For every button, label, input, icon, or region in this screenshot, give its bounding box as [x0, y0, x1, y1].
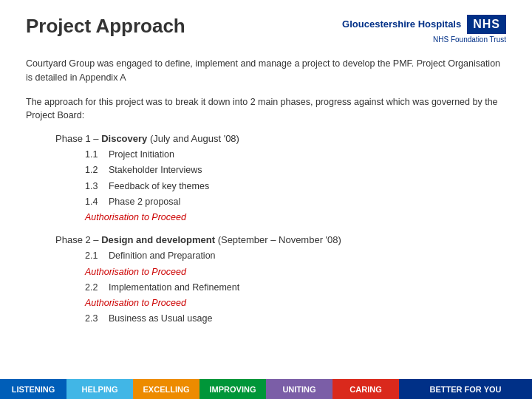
nhs-badge: NHS [467, 15, 506, 34]
item-text: Stakeholder Interviews [109, 163, 202, 178]
logo-box: Gloucestershire Hospitals NHS [342, 15, 506, 34]
intro-para1: Courtyard Group was engaged to define, i… [26, 57, 506, 85]
phase2-list2: 2.2 Implementation and Refinement [85, 280, 506, 296]
phase2-auth2: Authorisation to Proceed [85, 296, 506, 311]
org-name: Gloucestershire Hospitals [342, 18, 461, 31]
phase1-prefix: Phase 1 – [55, 133, 101, 144]
phase2-prefix: Phase 2 – [55, 234, 101, 245]
footer-bar: LISTENING HELPING EXCELLING IMPROVING UN… [0, 379, 532, 399]
item-num: 2.3 [85, 311, 100, 327]
phase1-section: Phase 1 – Discovery (July and August '08… [26, 133, 506, 225]
footer-helping: HELPING [66, 379, 133, 399]
footer-excelling: EXCELLING [133, 379, 200, 399]
phase1-suffix: (July and August '08) [147, 133, 239, 144]
phase1-list: 1.1 Project Initiation 1.2 Stakeholder I… [85, 147, 506, 210]
logo-area: Gloucestershire Hospitals NHS NHS Founda… [342, 15, 506, 44]
item-text: Business as Usual usage [109, 311, 212, 327]
item-text: Feedback of key themes [109, 179, 209, 194]
list-item: 1.3 Feedback of key themes [85, 179, 506, 194]
phase2-list3: 2.3 Business as Usual usage [85, 311, 506, 327]
list-item: 2.3 Business as Usual usage [85, 311, 506, 327]
phase2-suffix: (September – November '08) [215, 234, 341, 245]
footer-listening: LISTENING [0, 379, 66, 399]
item-text: Project Initiation [109, 147, 174, 163]
item-num: 2.1 [85, 248, 100, 264]
list-item: 1.4 Phase 2 proposal [85, 194, 506, 210]
item-num: 1.1 [85, 147, 100, 163]
list-item: 1.1 Project Initiation [85, 147, 506, 163]
phase2-list: 2.1 Definition and Preparation [85, 248, 506, 264]
item-text: Definition and Preparation [109, 248, 216, 264]
item-num: 2.2 [85, 280, 100, 296]
footer-better: BETTER FOR YOU [399, 379, 532, 399]
footer-improving: IMPROVING [200, 379, 266, 399]
item-num: 1.2 [85, 163, 100, 178]
footer-uniting: UNITING [266, 379, 332, 399]
item-text: Phase 2 proposal [109, 194, 180, 210]
phase2-title: Phase 2 – Design and development (Septem… [55, 234, 506, 245]
phase1-auth: Authorisation to Proceed [85, 210, 506, 225]
nhs-trust: NHS Foundation Trust [433, 35, 506, 44]
phase1-title: Phase 1 – Discovery (July and August '08… [55, 133, 506, 144]
item-num: 1.3 [85, 179, 100, 194]
list-item: 2.2 Implementation and Refinement [85, 280, 506, 296]
list-item: 1.2 Stakeholder Interviews [85, 163, 506, 178]
header-row: Project Approach Gloucestershire Hospita… [26, 15, 506, 44]
phase2-bold: Design and development [101, 234, 215, 245]
phase1-bold: Discovery [101, 133, 147, 144]
item-num: 1.4 [85, 194, 100, 210]
phase2-section: Phase 2 – Design and development (Septem… [26, 234, 506, 327]
item-text: Implementation and Refinement [109, 280, 239, 296]
footer-caring: CARING [332, 379, 399, 399]
intro-para2: The approach for this project was to bre… [26, 95, 506, 123]
list-item: 2.1 Definition and Preparation [85, 248, 506, 264]
page-title: Project Approach [26, 15, 185, 38]
phase2-auth1: Authorisation to Proceed [85, 265, 506, 280]
